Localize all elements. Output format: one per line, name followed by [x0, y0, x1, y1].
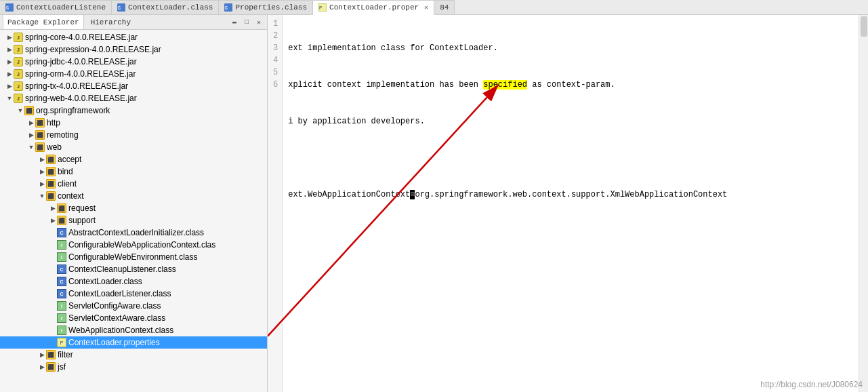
- tab-label: 84: [440, 3, 449, 12]
- iface-icon: I: [57, 313, 66, 323]
- tree-item-support[interactable]: ▶ ⬛ support: [0, 214, 267, 227]
- props-icon: P: [57, 338, 66, 347]
- expand-arrow[interactable]: ▼: [27, 144, 35, 151]
- pkg-icon: ⬛: [57, 203, 66, 213]
- tab-close-button[interactable]: ✕: [424, 3, 428, 12]
- code-editor[interactable]: 1 2 3 4 5 6 ext implementation class for…: [268, 15, 859, 392]
- tree-item-configurablewebenvironment[interactable]: I ConfigurableWebEnvironment.class: [0, 251, 267, 263]
- panel-header: Package Explorer Hierarchy ▬ □ ✕: [0, 15, 267, 30]
- minimize-button[interactable]: ▬: [229, 17, 240, 28]
- tree-item-spring-web[interactable]: ▼ J spring-web-4.0.0.RELEASE.jar: [0, 92, 267, 104]
- editor-tab-bar: C ContextLoaderListene C ContextLoader.c…: [0, 0, 868, 15]
- tree-item-spring-jdbc[interactable]: ▶ J spring-jdbc-4.0.0.RELEASE.jar: [0, 56, 267, 68]
- expand-arrow[interactable]: ▼: [38, 193, 46, 199]
- expand-arrow[interactable]: ▶: [38, 168, 46, 175]
- panel-tab-hierarchy[interactable]: Hierarchy: [87, 15, 135, 29]
- expand-arrow[interactable]: ▶: [5, 71, 14, 77]
- tree-item-remoting[interactable]: ▶ ⬛ remoting: [0, 129, 267, 141]
- iface-icon: I: [57, 301, 66, 311]
- tree-item-contextloaderproperties[interactable]: P ContextLoader.properties: [0, 336, 267, 349]
- pkg-icon: ⬛: [46, 155, 56, 164]
- tree-item-request[interactable]: ▶ ⬛ request: [0, 202, 267, 214]
- tree-item-servletconfigaware[interactable]: I ServletConfigAware.class: [0, 300, 267, 312]
- panel-tab-packageexplorer[interactable]: Package Explorer: [3, 15, 84, 29]
- expand-arrow[interactable]: ▶: [27, 119, 35, 126]
- expand-arrow[interactable]: ▶: [5, 83, 14, 90]
- tree-item-abstractcontextloaderinitializer[interactable]: C AbstractContextLoaderInitializer.class: [0, 227, 267, 239]
- expand-arrow[interactable]: ▼: [5, 95, 14, 102]
- pkg-icon: ⬛: [24, 106, 34, 115]
- jar-icon: J: [14, 45, 23, 54]
- expand-arrow[interactable]: ▶: [38, 180, 46, 187]
- close-button[interactable]: ✕: [253, 17, 264, 28]
- expand-arrow[interactable]: ▶: [27, 132, 35, 138]
- class-icon: C: [57, 289, 66, 298]
- pkg-icon: ⬛: [46, 191, 56, 201]
- expand-arrow[interactable]: ▶: [38, 156, 46, 163]
- pkg-icon: ⬛: [46, 167, 56, 176]
- tree-item-org-springframework[interactable]: ▼ ⬛ org.springframework: [0, 104, 267, 117]
- tree-item-contextloaderlistener[interactable]: C ContextLoaderListener.class: [0, 288, 267, 300]
- tree-item-spring-expression[interactable]: ▶ J spring-expression-4.0.0.RELEASE.jar: [0, 43, 267, 56]
- tree-item-filter[interactable]: ▶ ⬛ filter: [0, 349, 267, 361]
- expand-arrow[interactable]: ▶: [49, 205, 57, 212]
- tab-contextloaderproper[interactable]: P ContextLoader.proper ✕: [313, 0, 434, 15]
- code-line-6: [288, 225, 853, 237]
- class-icon: C: [57, 264, 66, 274]
- scrollbar-thumb[interactable]: [861, 16, 867, 37]
- tree-item-contextcleanuplistener[interactable]: C ContextCleanupListener.class: [0, 263, 267, 275]
- expand-arrow[interactable]: ▶: [5, 58, 14, 65]
- tab-label: ContextLoader.class: [128, 3, 213, 12]
- editor-text[interactable]: ext implementation class for ContextLoad…: [283, 15, 859, 392]
- iface-icon: I: [57, 252, 66, 262]
- tree-item-http[interactable]: ▶ ⬛ http: [0, 117, 267, 129]
- tree-item-webapplicationcontext[interactable]: I WebApplicationContext.class: [0, 324, 267, 336]
- tree-item-client[interactable]: ▶ ⬛ client: [0, 178, 267, 190]
- tab-num84[interactable]: 84: [434, 0, 455, 14]
- tab-contextloaderclass[interactable]: C ContextLoader.class: [112, 0, 219, 14]
- tree-item-context[interactable]: ▼ ⬛ context: [0, 190, 267, 202]
- jar-icon: J: [14, 57, 23, 66]
- tree-item-spring-orm[interactable]: ▶ J spring-orm-4.0.0.RELEASE.jar: [0, 68, 267, 80]
- tree-item-web[interactable]: ▼ ⬛ web: [0, 141, 267, 153]
- tree-item-accept[interactable]: ▶ ⬛ accept: [0, 153, 267, 165]
- tree-item-bind[interactable]: ▶ ⬛ bind: [0, 165, 267, 178]
- tree-item-configurablewebapplicationcontext[interactable]: I ConfigurableWebApplicationContext.clas: [0, 239, 267, 251]
- tab-label: ContextLoaderListene: [16, 3, 106, 12]
- editor-wrapper: 1 2 3 4 5 6 ext implementation class for…: [268, 15, 868, 392]
- jar-icon: J: [14, 81, 23, 91]
- tree-item-servletcontextaware[interactable]: I ServletContextAware.class: [0, 312, 267, 324]
- pkg-icon: ⬛: [46, 350, 56, 359]
- tab-label: ContextLoader.proper: [329, 3, 419, 12]
- tree-item-spring-core[interactable]: ▶ J spring-core-4.0.0.RELEASE.jar: [0, 31, 267, 43]
- pkg-icon: ⬛: [35, 142, 45, 152]
- tab-label: Properties.class: [235, 3, 307, 12]
- props-icon: P: [318, 3, 327, 12]
- expand-arrow[interactable]: ▶: [5, 34, 14, 41]
- tab-contextloaderlistener[interactable]: C ContextLoaderListene: [0, 0, 112, 14]
- package-explorer-tree[interactable]: ▶ J spring-core-4.0.0.RELEASE.jar ▶ J sp…: [0, 30, 267, 392]
- tree-item-jsf[interactable]: ▶ ⬛ jsf: [0, 361, 267, 373]
- editor-scrollbar[interactable]: [859, 15, 868, 392]
- line-numbers: 1 2 3 4 5 6: [268, 15, 283, 392]
- pkg-icon: ⬛: [57, 216, 66, 225]
- expand-arrow[interactable]: ▼: [16, 107, 24, 114]
- tree-item-spring-tx[interactable]: ▶ J spring-tx-4.0.0.RELEASE.jar: [0, 80, 267, 92]
- code-line-4: [288, 152, 853, 164]
- tree-item-contextloader[interactable]: C ContextLoader.class: [0, 275, 267, 288]
- pkg-icon: ⬛: [35, 118, 45, 128]
- expand-arrow[interactable]: ▶: [49, 217, 57, 224]
- class-icon: C: [5, 3, 14, 12]
- tab-propertiesclass[interactable]: C Properties.class: [219, 0, 313, 14]
- maximize-button[interactable]: □: [241, 17, 252, 28]
- expand-arrow[interactable]: ▶: [38, 351, 46, 358]
- jar-icon: J: [14, 33, 23, 42]
- code-line-2: xplicit context implementation has been …: [288, 79, 853, 91]
- pkg-icon: ⬛: [46, 179, 56, 189]
- pkg-icon: ⬛: [35, 130, 45, 140]
- expand-arrow[interactable]: ▶: [38, 364, 46, 370]
- expand-arrow[interactable]: ▶: [5, 46, 14, 53]
- panel-controls: ▬ □ ✕: [229, 17, 264, 28]
- svg-text:C: C: [118, 5, 121, 11]
- class-icon: C: [117, 3, 125, 12]
